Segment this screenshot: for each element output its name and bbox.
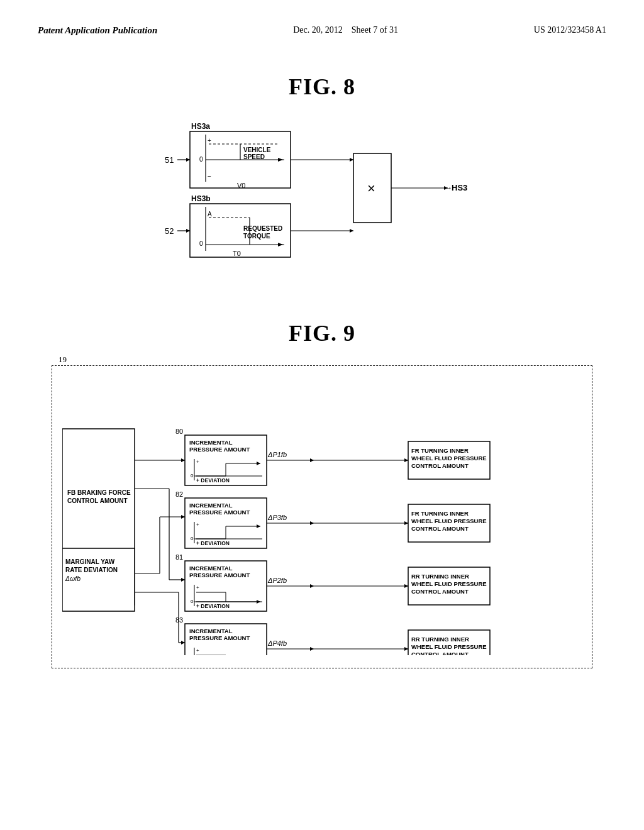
svg-marker-128 — [181, 641, 185, 645]
svg-marker-34 — [350, 158, 353, 162]
svg-text:CONTROL AMOUNT: CONTROL AMOUNT — [67, 497, 128, 504]
svg-marker-49 — [181, 458, 185, 462]
fig8-container: HS3a + 0 − V0 VE — [38, 119, 606, 270]
svg-text:PRESSURE AMOUNT: PRESSURE AMOUNT — [189, 446, 250, 453]
svg-marker-30 — [186, 229, 190, 233]
svg-marker-101 — [181, 578, 185, 582]
svg-text:CONTROL AMOUNT: CONTROL AMOUNT — [411, 651, 469, 655]
svg-text:FB BRAKING FORCE: FB BRAKING FORCE — [67, 489, 131, 496]
svg-text:ΔP4fb: ΔP4fb — [267, 639, 287, 647]
svg-text:FR TURNING INNER: FR TURNING INNER — [411, 510, 469, 517]
svg-text:RATE DEVIATION: RATE DEVIATION — [65, 567, 118, 573]
svg-text:REQUESTED: REQUESTED — [243, 225, 282, 232]
svg-text:PRESSURE AMOUNT: PRESSURE AMOUNT — [189, 634, 250, 641]
svg-text:INCREMENTAL: INCREMENTAL — [189, 439, 233, 446]
svg-text:WHEEL FLUID PRESSURE: WHEEL FLUID PRESSURE — [411, 580, 487, 587]
svg-text:T0: T0 — [233, 250, 241, 257]
svg-marker-117 — [310, 584, 314, 588]
svg-text:RR TURNING INNER: RR TURNING INNER — [411, 573, 469, 580]
svg-text:0: 0 — [191, 599, 194, 604]
svg-text:VEHICLE: VEHICLE — [243, 147, 271, 153]
svg-marker-75 — [181, 515, 185, 519]
svg-marker-144 — [310, 647, 314, 651]
svg-text:WHEEL FLUID PRESSURE: WHEEL FLUID PRESSURE — [411, 517, 487, 524]
svg-text:MARGINAL YAW: MARGINAL YAW — [65, 558, 115, 565]
svg-text:ΔP1fb: ΔP1fb — [267, 451, 287, 458]
svg-text:0: 0 — [199, 240, 203, 247]
svg-text:→: → — [444, 183, 452, 192]
fig8-title: FIG. 8 — [38, 74, 606, 100]
svg-text:ΔP2fb: ΔP2fb — [267, 577, 287, 584]
svg-text:FR TURNING INNER: FR TURNING INNER — [411, 447, 469, 454]
svg-text:83: 83 — [175, 616, 183, 624]
svg-text:+: + — [196, 648, 199, 653]
svg-text:+ DEVIATION: + DEVIATION — [196, 603, 230, 609]
fig9-outer-box: 19 FB BRAKING FORCE CONTROL AMOUNT MARGI… — [52, 365, 592, 668]
header-publication: Patent Application Publication — [38, 25, 157, 36]
fig9-container: 19 FB BRAKING FORCE CONTROL AMOUNT MARGI… — [38, 365, 606, 668]
header-date: Dec. 20, 2012 — [293, 25, 343, 35]
svg-text:+ DEVIATION: + DEVIATION — [196, 540, 230, 546]
svg-text:RR TURNING INNER: RR TURNING INNER — [411, 636, 469, 643]
header: Patent Application Publication Dec. 20, … — [38, 25, 606, 36]
svg-text:82: 82 — [175, 490, 183, 498]
svg-marker-90 — [310, 521, 314, 525]
svg-text:81: 81 — [175, 553, 183, 561]
svg-text:HS3a: HS3a — [191, 122, 210, 131]
fig9-title: FIG. 9 — [38, 320, 606, 346]
svg-text:51: 51 — [165, 155, 174, 165]
page: Patent Application Publication Dec. 20, … — [0, 0, 644, 830]
svg-text:Δωfb: Δωfb — [65, 575, 80, 582]
svg-text:−: − — [208, 173, 211, 180]
header-patent: US 2012/323458 A1 — [534, 25, 606, 35]
svg-text:0: 0 — [191, 473, 194, 479]
svg-text:+: + — [196, 585, 199, 590]
fig8-diagram: HS3a + 0 − V0 VE — [140, 119, 504, 270]
svg-text:TORQUE: TORQUE — [243, 233, 270, 240]
fig8-svg: HS3a + 0 − V0 VE — [140, 119, 504, 270]
svg-marker-15 — [186, 158, 190, 162]
fig9-svg: FB BRAKING FORCE CONTROL AMOUNT MARGINAL… — [62, 379, 583, 655]
svg-text:INCREMENTAL: INCREMENTAL — [189, 628, 233, 634]
svg-text:PRESSURE AMOUNT: PRESSURE AMOUNT — [189, 572, 250, 578]
svg-text:80: 80 — [175, 428, 183, 435]
svg-marker-36 — [350, 229, 353, 233]
svg-text:A: A — [208, 211, 212, 218]
svg-text:HS3: HS3 — [452, 183, 467, 192]
svg-marker-71 — [404, 458, 408, 462]
svg-text:ΔP3fb: ΔP3fb — [267, 514, 287, 521]
svg-text:×: × — [367, 180, 375, 196]
svg-marker-151 — [404, 647, 408, 651]
svg-text:PRESSURE AMOUNT: PRESSURE AMOUNT — [189, 509, 250, 516]
svg-text:WHEEL FLUID PRESSURE: WHEEL FLUID PRESSURE — [411, 455, 487, 462]
svg-text:CONTROL AMOUNT: CONTROL AMOUNT — [411, 525, 469, 532]
svg-text:INCREMENTAL: INCREMENTAL — [189, 565, 233, 572]
svg-text:0: 0 — [199, 156, 203, 163]
svg-text:+: + — [196, 459, 199, 465]
svg-marker-97 — [404, 521, 408, 525]
svg-text:HS3b: HS3b — [191, 194, 211, 203]
svg-text:INCREMENTAL: INCREMENTAL — [189, 502, 233, 509]
svg-text:52: 52 — [165, 226, 174, 236]
svg-text:+: + — [196, 522, 199, 528]
header-sheet: Sheet 7 of 31 — [352, 25, 398, 35]
svg-marker-64 — [310, 458, 314, 462]
svg-text:CONTROL AMOUNT: CONTROL AMOUNT — [411, 462, 469, 469]
fig9-label-19: 19 — [58, 355, 67, 365]
svg-text:SPEED: SPEED — [243, 153, 265, 160]
svg-text:+: + — [208, 137, 211, 144]
svg-text:CONTROL AMOUNT: CONTROL AMOUNT — [411, 588, 469, 595]
svg-marker-124 — [404, 584, 408, 588]
svg-text:0: 0 — [191, 536, 194, 541]
svg-text:V0: V0 — [237, 182, 245, 189]
header-center: Dec. 20, 2012 Sheet 7 of 31 — [293, 25, 398, 35]
svg-text:WHEEL FLUID PRESSURE: WHEEL FLUID PRESSURE — [411, 643, 487, 650]
svg-text:+ DEVIATION: + DEVIATION — [196, 477, 230, 484]
